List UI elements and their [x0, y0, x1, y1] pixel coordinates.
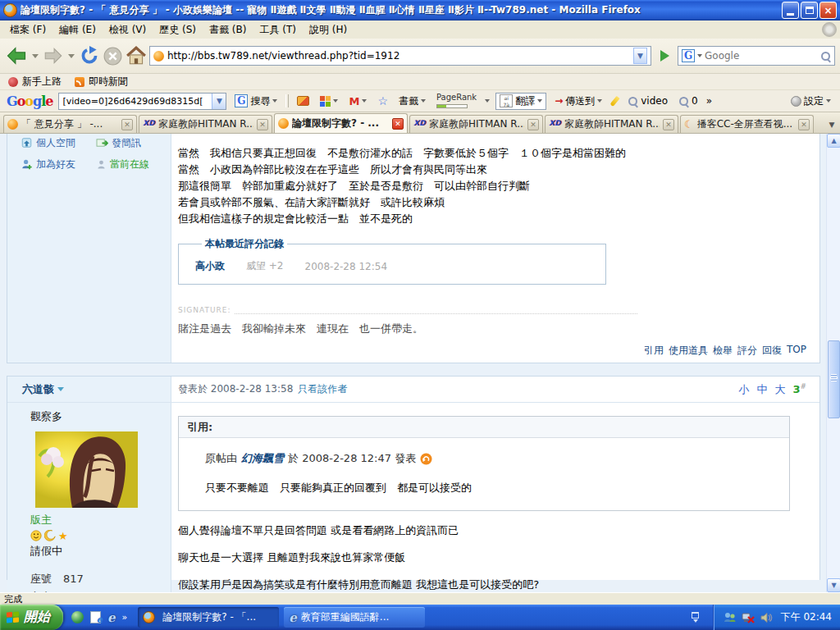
tab-close-icon[interactable]: ✕: [663, 119, 674, 130]
rate-link[interactable]: 評分: [737, 344, 757, 358]
snippets-button[interactable]: [294, 94, 312, 107]
task-ie-dictionary[interactable]: 教育部重編國語辭...: [284, 607, 425, 628]
top-link[interactable]: TOP: [787, 344, 806, 358]
address-bar[interactable]: ▼: [149, 46, 651, 66]
report-link[interactable]: 檢舉: [713, 344, 733, 358]
tab-4[interactable]: 家庭教師HITMAN R... ✕: [409, 115, 543, 133]
menu-edit[interactable]: 編輯 (E): [52, 21, 103, 39]
overflow-chevron[interactable]: »: [706, 95, 712, 107]
go-button[interactable]: [654, 45, 675, 66]
scroll-down-arrow[interactable]: ▼: [827, 578, 840, 592]
tab-bar: 「 意見分享 」 -... ✕ 家庭教師HITMAN R... ✕ 論壇限制字數…: [0, 112, 840, 134]
rating-score: 威望 +2: [246, 259, 284, 273]
back-button[interactable]: [5, 44, 28, 67]
tab-6[interactable]: 播客CC-全屏查看视... ✕: [680, 115, 814, 133]
forum-favicon: [7, 119, 18, 130]
menu-tools[interactable]: 工具 (T): [253, 21, 303, 39]
home-button[interactable]: [126, 45, 147, 66]
tab-close-icon[interactable]: ✕: [392, 118, 404, 130]
tab-3-active[interactable]: 論壇限制字數? - ... ✕: [274, 113, 408, 133]
google-search-button[interactable]: 搜尋: [232, 93, 280, 110]
add-friend-link[interactable]: 加為好友: [21, 155, 96, 173]
send-message-link[interactable]: 發簡訊: [96, 134, 171, 152]
username-link[interactable]: 六道骸: [22, 382, 54, 397]
menu-help[interactable]: 說明 (H): [303, 21, 354, 39]
minimize-button[interactable]: [782, 2, 799, 19]
send-message-icon: [96, 138, 108, 148]
globe-icon[interactable]: [71, 611, 84, 623]
bookmark-getting-started[interactable]: 新手上路: [8, 75, 62, 89]
messenger-tray-icon[interactable]: [724, 611, 737, 624]
tab-1[interactable]: 「 意見分享 」 -... ✕: [3, 115, 137, 133]
language-bar[interactable]: [678, 612, 713, 623]
gbookmarks-button[interactable]: 書籤: [396, 93, 428, 110]
menu-file[interactable]: 檔案 (F): [3, 21, 52, 39]
goto-quoted-post-icon[interactable]: [420, 453, 432, 465]
google-query-input[interactable]: [59, 96, 212, 107]
settings-button[interactable]: 設定: [788, 93, 833, 110]
search-input[interactable]: [705, 50, 818, 62]
internet-explorer-icon[interactable]: [107, 610, 116, 625]
stop-button[interactable]: [103, 46, 123, 66]
google-search-combo[interactable]: ▼: [58, 93, 226, 110]
combo-dropdown[interactable]: ▼: [212, 94, 226, 109]
font-size-large-link[interactable]: 大: [774, 382, 785, 397]
task-firefox[interactable]: 論壇限制字數? - 「...: [138, 607, 279, 628]
find-count-button[interactable]: 0: [676, 94, 701, 108]
apps-button[interactable]: [317, 94, 340, 108]
tab-2[interactable]: 家庭教師HITMAN R... ✕: [139, 115, 272, 133]
menu-view[interactable]: 檢視 (V): [103, 21, 153, 39]
only-author-link[interactable]: 只看該作者: [298, 382, 347, 396]
rank-label: 版主: [30, 513, 171, 527]
chevron-down-icon: [826, 99, 831, 103]
quoted-username-link[interactable]: 幻海飄雪: [241, 451, 284, 466]
engine-dropdown[interactable]: [697, 54, 702, 57]
url-input[interactable]: [167, 50, 630, 62]
scroll-up-arrow[interactable]: ▲: [827, 134, 840, 148]
maximize-button[interactable]: [801, 2, 818, 19]
tab-close-icon[interactable]: ✕: [527, 119, 539, 130]
pagerank-button[interactable]: PageRank: [434, 92, 479, 110]
taskbar-clock[interactable]: 下午 02:44: [781, 610, 832, 624]
tab-close-icon[interactable]: ✕: [798, 119, 810, 130]
tab-5[interactable]: 家庭教師HITMAN R... ✕: [545, 115, 678, 133]
font-size-medium-link[interactable]: 中: [756, 382, 767, 397]
translate-button[interactable]: aí7à 翻譯: [495, 93, 546, 110]
network-disconnected-icon[interactable]: [742, 611, 755, 624]
forward-dropdown[interactable]: [68, 54, 75, 58]
reload-button[interactable]: [79, 45, 100, 66]
tab-close-icon[interactable]: ✕: [121, 119, 133, 130]
font-size-small-link[interactable]: 小: [738, 382, 749, 397]
gmail-button[interactable]: [346, 94, 369, 109]
use-item-link[interactable]: 使用道具: [669, 344, 708, 358]
floor-number[interactable]: 3#: [792, 382, 806, 395]
quick-launch-more[interactable]: »: [122, 612, 128, 623]
find-word-button[interactable]: video: [625, 94, 670, 108]
forward-button[interactable]: [43, 45, 64, 66]
ie-document-icon[interactable]: [90, 611, 101, 623]
volume-tray-icon[interactable]: [760, 611, 773, 624]
username-dropdown-icon[interactable]: [57, 387, 64, 391]
tab-list-dropdown[interactable]: ▼: [825, 116, 838, 133]
avatar[interactable]: [35, 431, 138, 508]
tab-close-icon[interactable]: ✕: [257, 119, 268, 130]
highlight-button[interactable]: [610, 94, 619, 108]
post-paragraph: 聊天也是一大選擇 且離題對我來說也算家常便飯: [178, 550, 790, 565]
bookmark-latest-news[interactable]: 即時新聞: [75, 75, 128, 89]
back-dropdown[interactable]: [32, 54, 39, 58]
search-bar[interactable]: [678, 46, 835, 66]
url-history-dropdown[interactable]: ▼: [633, 48, 647, 64]
scrollbar-thumb[interactable]: [828, 340, 840, 418]
close-button[interactable]: ×: [819, 2, 837, 19]
rating-user-link[interactable]: 高小政: [195, 259, 225, 273]
quote-link[interactable]: 引用: [644, 344, 664, 358]
vertical-scrollbar[interactable]: ▲ ▼: [826, 134, 840, 592]
profile-space-link[interactable]: 個人空間: [21, 134, 96, 152]
menu-bookmarks[interactable]: 書籤 (B): [203, 21, 253, 39]
star-bookmark-button[interactable]: [375, 93, 390, 109]
reply-link[interactable]: 回復: [762, 344, 782, 358]
menu-history[interactable]: 歷史 (S): [153, 21, 203, 39]
search-icon[interactable]: [820, 51, 831, 62]
start-button[interactable]: 開始: [0, 605, 63, 630]
send-to-button[interactable]: → 傳送到: [552, 93, 605, 110]
